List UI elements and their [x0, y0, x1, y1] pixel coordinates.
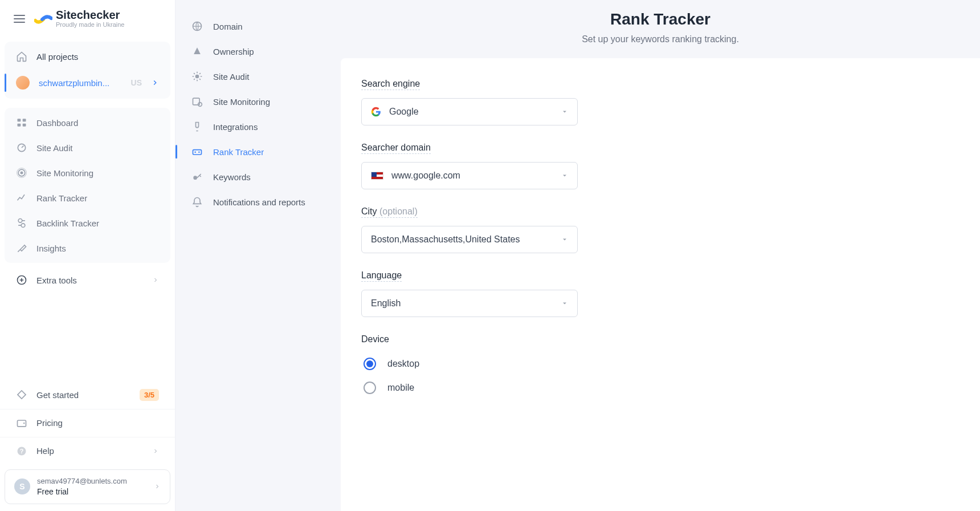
- logo[interactable]: Sitechecker Proudly made in Ukraine: [34, 9, 124, 28]
- device-radio-desktop[interactable]: desktop: [361, 352, 959, 376]
- device-radio-mobile[interactable]: mobile: [361, 376, 959, 400]
- field-language: Language English: [361, 270, 959, 317]
- caret-down-icon: [561, 172, 568, 179]
- brand-subtitle: Proudly made in Ukraine: [56, 22, 124, 28]
- nav-dashboard[interactable]: Dashboard: [5, 110, 170, 135]
- user-avatar: S: [14, 478, 30, 494]
- domain-select[interactable]: www.google.com: [361, 162, 578, 189]
- search-engine-select[interactable]: Google: [361, 98, 578, 125]
- nav-label: Notifications and reports: [213, 197, 305, 207]
- brand-title: Sitechecker: [56, 9, 124, 21]
- nav-label: Site Monitoring: [213, 97, 270, 107]
- nav-icon: [191, 96, 203, 107]
- nav-pricing[interactable]: Pricing: [0, 409, 175, 437]
- nav-label: Integrations: [213, 122, 258, 132]
- field-label: Search engine: [361, 79, 420, 90]
- user-card[interactable]: S semav49774@bunlets.com Free trial: [5, 469, 170, 504]
- page-header: Rank Tracker Set up your keywords rankin…: [341, 0, 980, 58]
- caret-down-icon: [561, 108, 568, 115]
- nav-site monitoring[interactable]: Site Monitoring: [5, 160, 170, 185]
- nav-backlink tracker[interactable]: Backlink Tracker: [5, 210, 170, 236]
- project-country: US: [131, 78, 142, 87]
- chevron-right-icon: [154, 483, 161, 490]
- nav-label: Get started: [36, 390, 79, 400]
- nav-label: Site Monitoring: [36, 168, 93, 178]
- nav-label: Help: [36, 446, 54, 456]
- help-icon: ?: [16, 445, 27, 457]
- project-avatar: [16, 76, 30, 90]
- field-label: Searcher domain: [361, 143, 431, 154]
- svg-rect-19: [193, 150, 202, 155]
- home-icon: [16, 51, 27, 62]
- nav-extra-tools[interactable]: Extra tools: [0, 267, 175, 293]
- settings-nav-rank tracker[interactable]: Rank Tracker: [175, 139, 341, 164]
- nav-group-main: Dashboard Site Audit Site Monitoring Ran…: [5, 108, 170, 263]
- nav-icon: [191, 21, 203, 32]
- nav-label: Insights: [36, 244, 66, 253]
- field-city: City (optional) Boston,Massachusetts,Uni…: [361, 206, 959, 253]
- select-value: www.google.com: [391, 171, 460, 181]
- city-select[interactable]: Boston,Massachusetts,United States: [361, 226, 578, 253]
- nav-label: Site Audit: [213, 72, 249, 82]
- chevron-right-icon: [152, 277, 159, 283]
- nav-label: Site Audit: [36, 143, 72, 153]
- nav-label: Dashboard: [36, 118, 78, 128]
- settings-nav-keywords[interactable]: Keywords: [175, 164, 341, 189]
- radio-label: mobile: [387, 383, 414, 393]
- svg-text:?: ?: [20, 448, 24, 455]
- user-plan: Free trial: [37, 486, 127, 497]
- device-radio-group: desktop mobile: [361, 352, 959, 400]
- select-value: English: [371, 298, 401, 309]
- settings-nav-domain[interactable]: Domain: [175, 14, 341, 39]
- nav-label: Ownership: [213, 47, 254, 56]
- nav-icon: [16, 192, 27, 204]
- settings-nav-integrations[interactable]: Integrations: [175, 114, 341, 139]
- plus-circle-icon: [16, 274, 27, 286]
- nav-insights[interactable]: Insights: [5, 236, 170, 261]
- caret-down-icon: [561, 300, 568, 307]
- nav-rank tracker[interactable]: Rank Tracker: [5, 185, 170, 210]
- nav-icon: [191, 71, 203, 82]
- nav-label: All projects: [36, 52, 78, 62]
- form-panel: Search engine Google Searcher domain www…: [341, 58, 980, 511]
- nav-all-projects[interactable]: All projects: [5, 44, 170, 69]
- nav-icon: [191, 146, 203, 157]
- svg-rect-1: [23, 119, 26, 121]
- nav-get-started[interactable]: Get started 3/5: [0, 381, 175, 409]
- language-select[interactable]: English: [361, 290, 578, 317]
- svg-rect-3: [23, 124, 26, 127]
- optional-tag: (optional): [379, 206, 418, 216]
- primary-sidebar: Sitechecker Proudly made in Ukraine All …: [0, 0, 175, 511]
- nav-icon: [16, 142, 27, 153]
- diamond-icon: [16, 389, 27, 400]
- nav-icon: [16, 117, 27, 128]
- field-device: Device desktop mobile: [361, 334, 959, 400]
- field-label: City (optional): [361, 206, 418, 218]
- svg-point-20: [194, 152, 196, 153]
- logo-bar: Sitechecker Proudly made in Ukraine: [0, 0, 175, 37]
- settings-nav-notifications and reports[interactable]: Notifications and reports: [175, 189, 341, 214]
- field-label: Language: [361, 270, 402, 282]
- nav-label: Rank Tracker: [213, 147, 264, 157]
- settings-nav-site audit[interactable]: Site Audit: [175, 64, 341, 89]
- project-name: schwartzplumbin...: [39, 78, 120, 88]
- settings-nav-ownership[interactable]: Ownership: [175, 39, 341, 64]
- nav-site audit[interactable]: Site Audit: [5, 135, 170, 160]
- nav-help[interactable]: ? Help: [0, 437, 175, 465]
- svg-rect-0: [18, 119, 21, 121]
- caret-down-icon: [561, 236, 568, 243]
- nav-icon: [16, 242, 27, 254]
- svg-point-8: [24, 245, 25, 246]
- nav-label: Extra tools: [36, 275, 77, 285]
- nav-icon: [191, 121, 203, 132]
- select-value: Boston,Massachusetts,United States: [371, 234, 520, 245]
- nav-label: Pricing: [36, 418, 63, 428]
- select-value: Google: [389, 107, 419, 117]
- hamburger-icon[interactable]: [14, 15, 25, 23]
- nav-label: Domain: [213, 22, 243, 31]
- nav-current-project[interactable]: schwartzplumbin... US: [5, 69, 170, 96]
- us-flag-icon: [371, 172, 383, 180]
- settings-nav-site monitoring[interactable]: Site Monitoring: [175, 89, 341, 114]
- field-search-engine: Search engine Google: [361, 79, 959, 125]
- svg-point-5: [21, 172, 23, 175]
